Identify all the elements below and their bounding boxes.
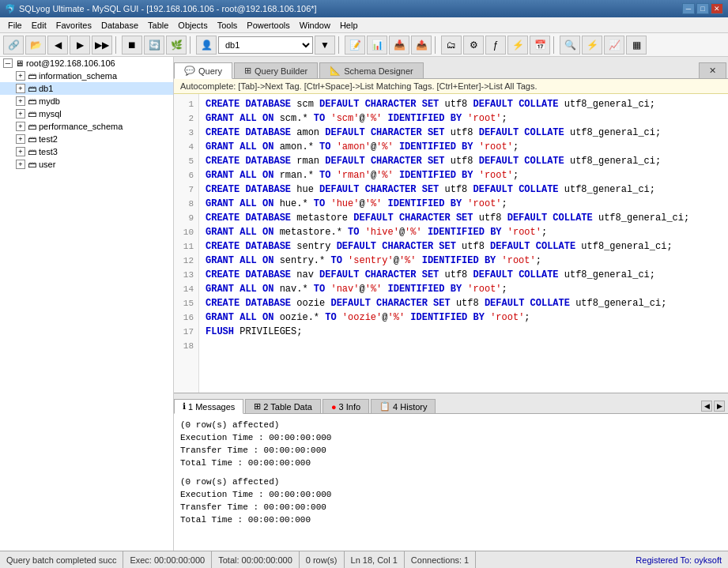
main-layout: ─ 🖥 root@192.168.106.106 + 🗃 information… [0,57,728,551]
toolbar-open[interactable]: 📂 [25,36,46,55]
app-icon: 🐬 [5,4,16,14]
toolbar-table[interactable]: 📊 [367,36,387,55]
results-nav-next[interactable]: ▶ [714,401,725,412]
string-token: 'sentry' [348,255,394,266]
line-number: 2 [174,111,198,126]
toolbar-stop[interactable]: ⏹ [122,36,142,55]
keyword-token: CREATE [206,269,240,280]
tree-db-performance-schema[interactable]: + 🗃 performance_schema [0,120,173,133]
menu-favorites[interactable]: Favorites [51,20,96,31]
query-tab-label: Query [198,66,222,76]
keyword-token: TO [319,170,330,181]
menu-edit[interactable]: Edit [27,20,51,31]
tab-schema-designer[interactable]: 📐 Schema Designer [319,62,423,78]
toolbar-export[interactable]: 📤 [411,36,432,55]
menu-objects[interactable]: Objects [173,20,212,31]
tab-query-builder[interactable]: ⊞ Query Builder [234,62,318,78]
db-expand-icon[interactable]: + [16,96,25,106]
toolbar-new-connection[interactable]: 🔗 [3,36,24,55]
keyword-token: IDENTIFIED [428,227,485,238]
line-numbers: 123456789101112131415161718 [174,94,199,393]
root-expand-icon[interactable]: ─ [3,58,13,68]
results-nav-prev[interactable]: ◀ [701,401,712,412]
tree-db-db1[interactable]: + 🗃 db1 [0,82,173,95]
title-bar: 🐬 SQLyog Ultimate - MySQL GUI - [192.168… [0,0,728,17]
menu-window[interactable]: Window [295,20,335,31]
menu-file[interactable]: File [3,20,27,31]
maximize-button[interactable]: □ [696,3,709,14]
toolbar-func[interactable]: ƒ [485,36,506,55]
string-token: 'root' [467,113,501,124]
database-selector[interactable]: db1 [218,36,313,54]
results-tab-tabledata[interactable]: ⊞ 2 Table Data [245,399,321,413]
tab-close-button[interactable]: ✕ [699,62,726,78]
keyword-token: DATABASE [245,127,291,138]
menu-database[interactable]: Database [96,20,143,31]
keyword-token: ON [262,255,273,266]
status-position: Ln 18, Col 1 [345,551,405,568]
toolbar-schema[interactable]: 🗂 [441,36,462,55]
tab-query[interactable]: 💬 Query [174,62,232,79]
db-label: performance_schema [39,122,123,131]
tree-db-user[interactable]: + 🗃 user [0,158,173,171]
toolbar-dropdown[interactable]: ▼ [315,36,335,55]
db-expand-icon[interactable]: + [16,147,25,156]
toolbar-event[interactable]: 📅 [530,36,550,55]
keyword-token: CHARACTER [365,269,417,280]
keyword-token: COLLATE [524,156,564,167]
info-tab-icon: ● [331,402,337,412]
string-token: '%' [376,170,394,181]
menu-tools[interactable]: Tools [213,20,243,31]
close-button[interactable]: ✕ [711,3,723,14]
tree-db-test3[interactable]: + 🗃 test3 [0,145,173,158]
line-number: 3 [174,126,198,140]
db-expand-icon[interactable]: + [16,122,25,131]
keyword-token: CHARACTER [371,127,422,138]
minimize-button[interactable]: ─ [682,3,695,14]
toolbar-import[interactable]: 📥 [389,36,409,55]
toolbar-back[interactable]: ◀ [47,36,68,55]
tree-db-information-schema[interactable]: + 🗃 information_schema [0,70,173,82]
query-line: CREATE DATABASE rman DEFAULT CHARACTER S… [206,154,722,168]
tree-db-test2[interactable]: + 🗃 test2 [0,133,173,145]
toolbar-analytics[interactable]: 📈 [604,36,624,55]
results-tab-history[interactable]: 📋 4 History [371,399,436,413]
keyword-token: DEFAULT [319,99,359,110]
hist-tab-label: 4 History [393,402,427,412]
menu-powertools[interactable]: Powertools [242,20,294,31]
menu-table[interactable]: Table [143,20,173,31]
results-tab-info[interactable]: ● 3 Info [323,399,369,413]
db-expand-icon[interactable]: + [16,160,25,169]
keyword-token: ALL [240,227,257,238]
toolbar-query[interactable]: 📝 [345,36,365,55]
toolbar-search[interactable]: 🔍 [560,36,580,55]
keyword-token: ON [262,198,273,209]
toolbar-power[interactable]: ⚡ [582,36,602,55]
tree-root-node[interactable]: ─ 🖥 root@192.168.106.106 [0,57,173,70]
toolbar-proc[interactable]: ⚙ [463,36,484,55]
toolbar-refresh[interactable]: 🔄 [144,36,164,55]
query-content[interactable]: CREATE DATABASE scm DEFAULT CHARACTER SE… [199,94,728,393]
query-editor[interactable]: 123456789101112131415161718 CREATE DATAB… [174,94,728,393]
msg-tab-icon: ℹ [183,401,186,412]
toolbar-grid[interactable]: ▦ [626,36,647,55]
title-text: 🐬 SQLyog Ultimate - MySQL GUI - [192.168… [5,4,682,14]
results-tab-messages[interactable]: ℹ 1 Messages [174,399,243,414]
db-expand-icon[interactable]: + [16,134,25,144]
status-total: Total: 00:00:00:000 [212,551,300,568]
db-icon: 🗃 [28,96,36,106]
tree-db-mydb[interactable]: + 🗃 mydb [0,95,173,107]
tree-db-mysql[interactable]: + 🗃 mysql [0,107,173,120]
query-line: CREATE DATABASE hue DEFAULT CHARACTER SE… [206,182,722,197]
toolbar-user[interactable]: 👤 [196,36,217,55]
toolbar-forward[interactable]: ▶ [70,36,90,55]
menu-help[interactable]: Help [335,20,363,31]
toolbar-leaf[interactable]: 🌿 [166,36,187,55]
db-expand-icon[interactable]: + [16,84,25,93]
toolbar-execute[interactable]: ▶▶ [92,36,112,55]
query-line: CREATE DATABASE oozie DEFAULT CHARACTER … [206,296,722,310]
db-expand-icon[interactable]: + [16,109,25,118]
toolbar-trigger[interactable]: ⚡ [507,36,528,55]
keyword-token: DEFAULT [319,184,359,195]
db-expand-icon[interactable]: + [16,71,25,81]
